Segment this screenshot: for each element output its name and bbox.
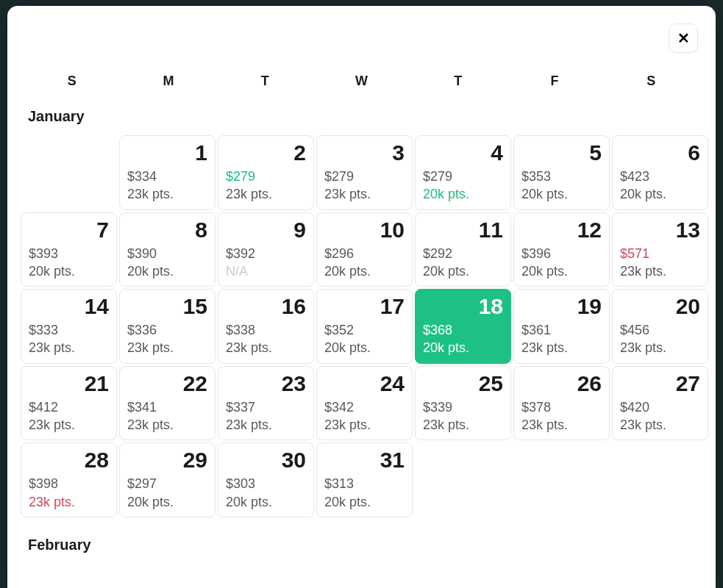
day-number: 11 [423,218,503,242]
calendar-cell[interactable]: 1$33423k pts. [119,135,216,210]
day-points: 20k pts. [226,493,306,511]
calendar-cell[interactable]: 5$35320k pts. [513,135,610,210]
day-price: $303 [226,475,306,492]
day-points: 23k pts. [324,185,405,203]
day-price: $456 [620,321,700,339]
day-points: 20k pts. [324,339,405,356]
calendar-cell[interactable]: 24$34223k pts. [316,366,413,441]
day-number: 7 [29,218,109,242]
calendar-cell[interactable]: 21$41223k pts. [21,366,117,441]
day-price: $378 [521,398,602,416]
day-price: $333 [29,321,109,339]
calendar-cell-empty [21,135,117,210]
month-label: February [21,528,710,564]
calendar-cell[interactable]: 20$45623k pts. [612,289,708,364]
day-points: 20k pts. [423,262,503,280]
calendar-cell[interactable]: 7$39320k pts. [21,212,117,287]
calendar-cell[interactable]: 2$27923k pts. [218,135,314,210]
day-points: 20k pts. [127,262,207,280]
calendar-cell[interactable]: 8$39020k pts. [119,212,216,287]
day-price: $352 [324,321,405,339]
day-number: 29 [127,448,207,472]
calendar-cell-empty [21,564,117,588]
day-points: 20k pts. [29,262,109,280]
day-number: 2 [226,140,306,165]
calendar-cell[interactable]: 15$33623k pts. [119,289,216,364]
day-price: $398 [29,475,109,492]
day-points: 23k pts. [226,185,306,203]
day-points: 23k pts. [620,262,700,280]
calendar-cell[interactable]: 27$42023k pts. [612,366,708,441]
weekday-label: S [24,74,120,89]
day-price: $341 [127,398,207,416]
calendar-cell[interactable]: 17$35220k pts. [316,289,413,364]
calendar-cell[interactable]: 25$33923k pts. [415,366,511,441]
day-number: 26 [521,371,602,395]
day-price: $390 [127,245,207,262]
day-number: 21 [29,371,109,395]
calendar-cell[interactable]: 6$42320k pts. [612,135,708,210]
day-points: 23k pts. [127,416,207,434]
day-price: $296 [324,245,405,262]
calendar-cell[interactable]: 23$33723k pts. [218,366,314,441]
calendar-cell[interactable]: 3$27923k pts. [316,135,413,210]
calendar-scroll-area[interactable]: January1$33423k pts.2$27923k pts.3$27923… [7,99,716,588]
calendar-cell[interactable]: 10$29620k pts. [316,212,413,287]
day-points: 23k pts. [620,339,700,356]
weekday-label: M [120,74,216,89]
calendar-cell[interactable]: 11$29220k pts. [415,212,511,287]
calendar-cell[interactable]: 14$33323k pts. [21,289,117,364]
day-points: 20k pts. [620,185,700,203]
day-price: $392 [226,245,306,262]
calendar-cell[interactable]: 31$31320k pts. [316,442,413,517]
day-number: 27 [620,371,700,395]
day-number: 22 [127,371,207,395]
day-points: 20k pts. [324,262,405,280]
day-price: $279 [226,168,306,185]
calendar-cell[interactable]: 19$36123k pts. [513,289,610,364]
day-points: 23k pts. [29,493,109,511]
calendar-cell[interactable]: 28$39823k pts. [21,442,117,517]
weekday-label: F [506,74,602,89]
day-points: 20k pts. [127,493,207,511]
day-number: 9 [226,218,306,242]
day-points: 23k pts. [620,416,700,434]
calendar-cell[interactable]: 26$37823k pts. [513,366,610,441]
close-icon: ✕ [677,29,690,47]
calendar-cell[interactable]: 4$27920k pts. [415,135,511,210]
day-price: $279 [324,168,405,185]
day-number: 17 [324,294,405,318]
day-points: 20k pts. [521,262,602,280]
calendar-cell[interactable]: 9$392N/A [218,212,314,287]
day-price: $339 [423,398,503,416]
day-points: 23k pts. [521,416,602,434]
day-number: 1 [127,140,207,165]
day-price: $353 [521,168,602,185]
month-label: January [21,99,710,135]
calendar-cell[interactable]: 29$29720k pts. [119,442,216,517]
day-points: 20k pts. [324,493,405,511]
day-number: 5 [521,140,602,165]
day-number: 31 [324,448,405,472]
day-number: 16 [226,294,306,318]
day-price: $412 [29,398,109,416]
day-price: $297 [127,475,207,492]
day-price: $338 [226,321,306,339]
day-number: 13 [620,218,700,242]
day-price: $279 [423,168,503,185]
close-button[interactable]: ✕ [669,24,698,53]
day-points: 23k pts. [127,339,207,356]
calendar-cell[interactable]: 18$36820k pts. [415,289,511,364]
day-number: 6 [620,140,700,165]
day-number: 18 [423,294,503,318]
day-points: 23k pts. [423,416,503,434]
calendar-cell[interactable]: 16$33823k pts. [218,289,314,364]
calendar-cell[interactable]: 13$57123k pts. [612,212,708,287]
calendar-cell[interactable]: 22$34123k pts. [119,366,216,441]
calendar-cell[interactable]: 30$30320k pts. [218,442,314,517]
month-grid: 1$33423k pts.2$27923k pts.3$27923k pts.4… [21,135,710,528]
weekday-label: W [313,74,410,89]
day-points: 23k pts. [521,339,602,356]
calendar-cell[interactable]: 12$39620k pts. [513,212,610,287]
day-number: 3 [324,140,405,165]
